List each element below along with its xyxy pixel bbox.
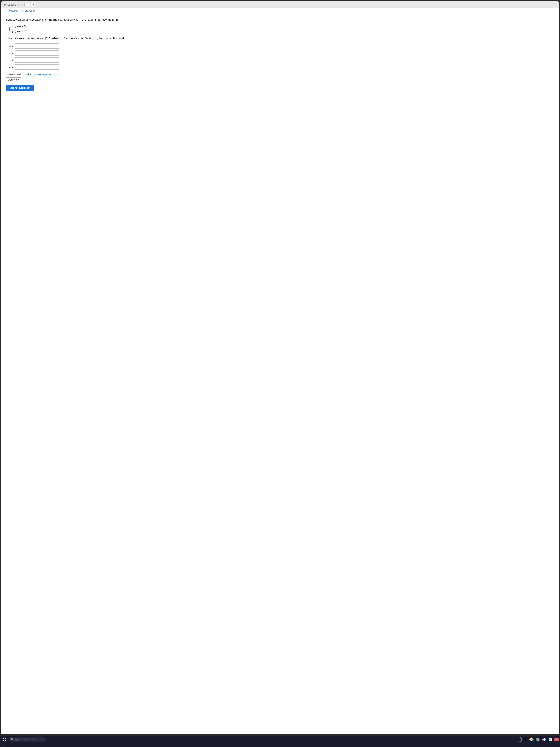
intro-text: Suppose parametric equations for the lin… xyxy=(6,18,554,22)
question-label: Question 8 xyxy=(7,3,20,6)
mail-icon[interactable]: 📧 xyxy=(548,737,553,742)
add-label: [+] xyxy=(33,9,36,12)
followup-text: If the parametric curve starts at (6, 7)… xyxy=(6,36,554,41)
bottom-label: 1/a xyxy=(0,743,560,747)
taskbar-circle-button[interactable] xyxy=(517,737,522,742)
eq1-line: x(t) = a + bt xyxy=(12,24,26,29)
message-link[interactable]: ✉ Message instructor xyxy=(34,73,58,76)
a-input[interactable] xyxy=(15,43,59,49)
c-input[interactable] xyxy=(15,57,59,62)
input-row-c: c = xyxy=(6,57,554,62)
add-work-button[interactable]: Add Work xyxy=(6,77,21,82)
b-input[interactable] xyxy=(15,50,59,56)
cloud-icon[interactable]: ☁️ xyxy=(542,737,546,742)
submit-button[interactable]: Submit Question xyxy=(6,85,34,91)
d-label: d = xyxy=(6,66,14,69)
prev-button[interactable]: < xyxy=(24,3,29,6)
start-button[interactable] xyxy=(1,737,7,742)
bottom-text: 1/a xyxy=(1,744,4,746)
brace-icon: { xyxy=(9,26,10,31)
chrome-icon[interactable] xyxy=(529,737,534,742)
message-icon: ✉ xyxy=(34,73,36,76)
c-label: c = xyxy=(6,58,14,62)
equation-lines: x(t) = a + bt y(t) = c + dt xyxy=(12,24,26,34)
search-placeholder: Type here to search xyxy=(15,738,36,741)
help-label: Question Help: xyxy=(6,73,23,76)
main-content: Suppose parametric equations for the lin… xyxy=(1,14,559,734)
d-input[interactable] xyxy=(15,65,59,70)
tabs-bar: 📄 Textbook ✎ Videos [+] xyxy=(1,8,559,14)
input-row-d: d = xyxy=(6,65,554,70)
ta-icon[interactable]: TA xyxy=(555,738,559,741)
search-icon: 🔍 xyxy=(11,738,14,741)
taskbar: 🔍 Type here to search ⊞ 🛍️ ☁️ 📧 TA xyxy=(0,736,560,743)
nav-bar: Question 8 ▼ < > xyxy=(1,1,559,8)
windows-icon xyxy=(3,738,6,741)
dropdown-icon[interactable]: ▼ xyxy=(21,3,23,5)
textbook-tab[interactable]: 📄 Textbook xyxy=(4,9,18,12)
videos-icon: ✎ xyxy=(22,9,24,12)
next-button[interactable]: > xyxy=(31,3,35,6)
video-link[interactable]: ▷ Video xyxy=(24,73,33,76)
taskbar-apps: ⊞ 🛍️ ☁️ 📧 TA xyxy=(523,737,559,742)
b-label: b = xyxy=(6,52,14,55)
video-icon: ▷ xyxy=(24,73,26,76)
apps-icon[interactable]: ⊞ xyxy=(523,737,527,742)
search-bar[interactable]: 🔍 Type here to search xyxy=(8,737,46,742)
store-icon[interactable]: 🛍️ xyxy=(536,737,540,742)
textbook-icon: 📄 xyxy=(4,9,7,12)
question-help: Question Help: ▷ Video ✉ Message instruc… xyxy=(6,73,554,76)
equation-block: { x(t) = a + bt y(t) = c + dt xyxy=(9,24,554,34)
input-row-b: b = xyxy=(6,50,554,56)
input-row-a: a = xyxy=(6,43,554,49)
nav-dot xyxy=(4,4,5,5)
textbook-label: Textbook xyxy=(8,9,18,12)
a-label: a = xyxy=(6,45,14,48)
videos-label: Videos xyxy=(25,9,33,12)
videos-tab[interactable]: ✎ Videos [+] xyxy=(22,9,36,12)
eq2-line: y(t) = c + dt xyxy=(12,29,26,34)
